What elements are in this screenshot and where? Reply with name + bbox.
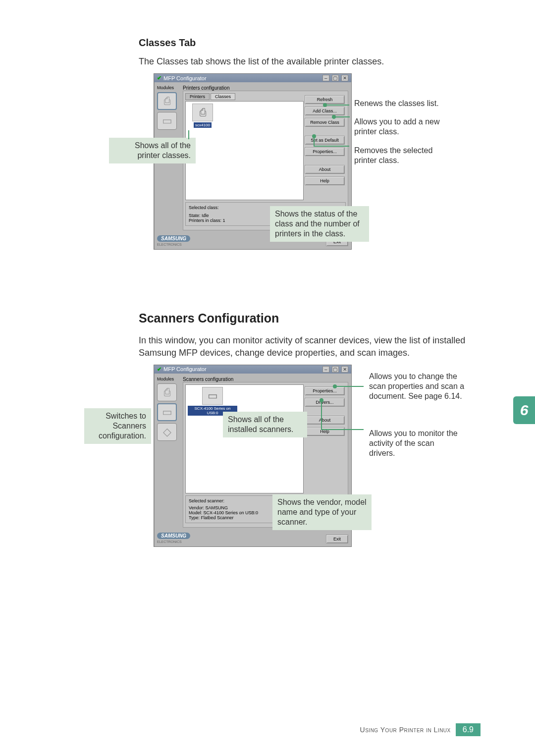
properties-button[interactable]: Properties... — [305, 147, 345, 156]
page-footer: Using Your Printer in Linux 6.9 — [360, 723, 481, 736]
window-titlebar: ✔ MFP Configurator – ▢ ✕ — [154, 74, 351, 82]
scanner-properties-button[interactable]: Properties... — [305, 386, 345, 395]
remove-class-button[interactable]: Remove Class — [305, 118, 345, 127]
maximize-icon-2[interactable]: ▢ — [332, 366, 339, 373]
callout-switch-scanners: Switches to Scanners configuration. — [84, 408, 151, 444]
module-scanners-icon[interactable]: ▭ — [157, 112, 177, 130]
callout-scan-properties: Allows you to change the scan properties… — [364, 369, 473, 404]
callout-scanner-vendor: Shows the vendor, model name and type of… — [272, 494, 372, 530]
close-icon-2[interactable]: ✕ — [341, 366, 348, 373]
minimize-icon[interactable]: – — [322, 75, 329, 81]
scanner-about-button[interactable]: About — [305, 416, 345, 425]
brand-logo-2: SAMSUNG — [157, 533, 190, 539]
module-scanners-icon-2[interactable]: ▭ — [157, 403, 177, 421]
callout-scan-drivers: Allows you to monitor the activity of th… — [364, 426, 463, 461]
window-titlebar-2: ✔ MFP Configurator – ▢ ✕ — [154, 365, 351, 374]
class-item[interactable]: ⎙ scx4100 — [188, 104, 217, 128]
chapter-tab: 6 — [513, 396, 535, 424]
callout-installed-scanners: Shows all of the installed scanners. — [223, 412, 307, 437]
classes-screenshot: ✔ MFP Configurator – ▢ ✕ Modules ⎙ ▭ Pri… — [149, 73, 481, 281]
scanners-config-heading: Scanners Configuration — [139, 311, 481, 325]
module-ports-icon[interactable]: ◇ — [157, 423, 177, 441]
scanners-config-intro: In this window, you can monitor activity… — [139, 334, 481, 359]
brand-logo: SAMSUNG — [157, 235, 190, 242]
about-button[interactable]: About — [305, 165, 345, 174]
window-title: MFP Configurator — [163, 75, 207, 81]
group-title: Printers configuration — [183, 85, 348, 91]
group-title-2: Scanners configuration — [183, 377, 348, 382]
callout-remove: Removes the selected printer class. — [349, 143, 448, 168]
footer-text: Using Your Printer in Linux — [360, 726, 451, 734]
modules-label: Modules — [157, 85, 180, 90]
tab-printers[interactable]: Printers — [185, 93, 210, 100]
scanner-icon: ▭ — [202, 387, 223, 405]
callout-status: Shows the status of the class and the nu… — [270, 206, 369, 242]
scanner-help-button[interactable]: Help — [305, 427, 345, 436]
scanner-drivers-button[interactable]: Drivers... — [305, 398, 345, 407]
window-title-2: MFP Configurator — [163, 366, 207, 372]
modules-label-2: Modules — [157, 377, 180, 381]
window-check-icon-2: ✔ — [157, 366, 161, 373]
classes-tab-heading: Classes Tab — [139, 37, 481, 49]
printer-class-icon: ⎙ — [192, 104, 213, 121]
footer-page: 6.9 — [456, 723, 481, 736]
brand-sub-2: ELECTRONICS — [157, 540, 190, 543]
add-class-button[interactable]: Add Class... — [305, 107, 345, 115]
classes-tab-intro: The Classes tab shows the list of the av… — [139, 55, 481, 67]
close-icon[interactable]: ✕ — [341, 75, 348, 81]
callout-classes-list: Shows all of the printer classes. — [109, 138, 196, 163]
brand-sub: ELECTRONICS — [157, 243, 190, 246]
maximize-icon[interactable]: ▢ — [332, 75, 339, 81]
callout-add: Allows you to add a new printer class. — [349, 114, 458, 140]
tab-classes[interactable]: Classes — [211, 93, 235, 100]
callout-refresh: Renews the classes list. — [349, 96, 458, 111]
class-item-label: scx4100 — [194, 122, 212, 128]
window-check-icon: ✔ — [157, 75, 161, 81]
set-default-button[interactable]: Set as Default — [305, 136, 345, 145]
module-printers-icon[interactable]: ⎙ — [157, 92, 177, 110]
module-printers-icon-2[interactable]: ⎙ — [157, 383, 177, 401]
exit-button-2[interactable]: Exit — [326, 535, 348, 543]
help-button[interactable]: Help — [305, 176, 345, 185]
scanners-screenshot: ✔ MFP Configurator – ▢ ✕ Modules ⎙ ▭ ◇ S… — [149, 365, 481, 573]
minimize-icon-2[interactable]: – — [322, 366, 329, 373]
